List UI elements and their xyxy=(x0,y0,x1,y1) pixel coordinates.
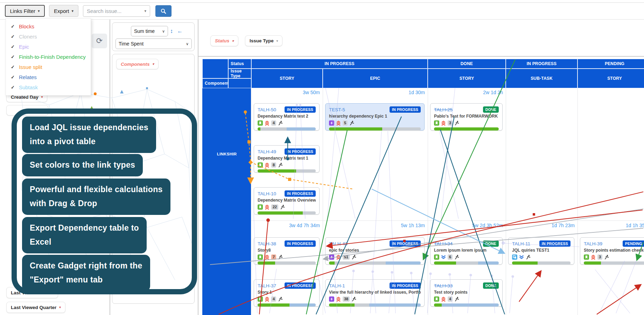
assignee-runner-icon xyxy=(280,204,285,210)
progress-segment-g xyxy=(258,127,260,131)
progress-segment-x xyxy=(355,303,369,307)
card-title-row: TALH-34DONE xyxy=(434,240,499,247)
links-menu-item-finish-to-finish-dependency[interactable]: ✓Finish-to-Finish Dependency xyxy=(6,52,91,62)
header-status-group-2: IN PROGRESS xyxy=(506,59,578,69)
card-key: TALH-50 xyxy=(258,107,276,112)
collapse-left-icon[interactable]: ← xyxy=(177,28,183,34)
issue-card-talh-50[interactable]: TALH-50IN PROGRESSDependancy Matrix test… xyxy=(254,103,320,131)
status-filter-pill[interactable]: Status ▾ xyxy=(210,35,238,46)
status-badge: IN PROGRESS xyxy=(390,106,421,113)
progress-segment-x xyxy=(382,127,421,131)
search-button[interactable] xyxy=(155,5,172,17)
search-icon xyxy=(160,8,167,14)
links-menu-item-blocks[interactable]: ✓Blocks xyxy=(6,21,91,31)
components-field-label: Components xyxy=(121,62,150,67)
links-menu-item-subtask[interactable]: ✓Subtask xyxy=(6,82,91,92)
issue-card-talh-1[interactable]: TALH-1IN PROGRESSView the full hierarchy… xyxy=(325,279,425,307)
card-title-row: TALH-39PENDING xyxy=(584,240,644,247)
story-points-badge: 8 xyxy=(271,162,276,168)
progress-segment-x xyxy=(260,127,287,131)
issue-card-talh-11[interactable]: TALH-11IN PROGRESSJQL quiries TEST1 xyxy=(508,237,574,265)
card-title-row: TALH-10IN PROGRESS xyxy=(258,190,316,197)
progress-segment-g xyxy=(329,303,355,307)
epic-icon xyxy=(329,254,334,260)
progress-segment-g xyxy=(258,169,296,173)
issue-card-test-5[interactable]: TEST-5IN PROGRESShierarchy dependency Ep… xyxy=(325,103,425,131)
progress-bar xyxy=(434,261,499,265)
callout-bubble-1: Set colors to the link types xyxy=(22,154,143,176)
priority-low-icon xyxy=(519,254,524,259)
refresh-button[interactable]: ⟳ xyxy=(92,34,107,48)
links-menu-item-cloners[interactable]: ✓Cloners xyxy=(6,31,91,42)
links-filter-button[interactable]: Links Filter ▾ xyxy=(5,5,45,17)
issue-type-filter-pill[interactable]: Issue Type ▾ xyxy=(245,35,282,46)
card-title-row: TEST-5IN PROGRESS xyxy=(329,106,421,113)
last-viewed-quarter-pill[interactable]: Last Viewed Quarter ▾ xyxy=(6,302,65,313)
time-sum-value: 1d 30m xyxy=(323,90,425,95)
progress-segment-g xyxy=(434,261,456,265)
status-badge: DONE xyxy=(483,106,499,113)
issue-card-talh-10[interactable]: TALH-10IN PROGRESSDependency Matrix Over… xyxy=(254,187,320,215)
progress-segment-b xyxy=(287,127,316,131)
card-key: TALH-25 xyxy=(434,107,453,112)
progress-segment-b xyxy=(289,303,316,307)
card-icons-row: 3 xyxy=(434,120,499,126)
progress-segment-g xyxy=(329,261,335,265)
story-icon xyxy=(258,204,263,210)
card-key: TALH-38 xyxy=(258,241,276,246)
subtask-icon xyxy=(512,254,517,260)
card-title-row: TALH-43IN PROGRESS xyxy=(329,240,421,247)
export-button[interactable]: Export ▾ xyxy=(49,5,78,17)
issue-card-talh-34[interactable]: TALH-34DONELorem ipsum lorem ipsum6 xyxy=(430,237,503,265)
links-menu-item-relates[interactable]: ✓Relates xyxy=(6,72,91,82)
search-issue-combobox[interactable]: Search issue... ▾ xyxy=(83,5,150,17)
header-status-group-3: PENDING xyxy=(578,59,644,69)
story-points-badge: 38 xyxy=(343,296,350,302)
refresh-icon: ⟳ xyxy=(96,36,103,46)
select-chevron-icon: ∨ xyxy=(186,42,189,46)
story-icon xyxy=(434,296,439,302)
progress-segment-g xyxy=(258,261,275,265)
assignee-runner-icon xyxy=(454,254,459,260)
resize-updown-icon[interactable]: ↕ xyxy=(170,28,173,34)
status-badge: IN PROGRESS xyxy=(285,190,316,197)
card-summary: Story8 xyxy=(258,248,316,253)
issue-card-talh-25[interactable]: TALH-25DONEPablo's Test for FORMARWORK3 xyxy=(430,103,503,131)
progress-segment-g xyxy=(329,127,382,131)
priority-highest-icon xyxy=(591,254,596,260)
assignee-runner-icon xyxy=(278,120,283,126)
links-menu-item-epic[interactable]: ✓Epic xyxy=(6,42,91,52)
issue-card-talh-37[interactable]: TALH-37IN PROGRESSStory 14 xyxy=(254,279,320,307)
card-icons-row: 5 xyxy=(329,120,421,126)
header-status-group-1: DONE xyxy=(428,59,506,69)
links-menu-item-issue-split[interactable]: ✓Issue split xyxy=(6,62,91,72)
time-spent-select[interactable]: Time Spent ∨ xyxy=(115,38,192,49)
hidden-pill[interactable] xyxy=(6,105,48,115)
card-title-row: TALH-38IN PROGRESS xyxy=(258,240,316,247)
card-title-row: TALH-33DONE xyxy=(434,282,499,289)
issue-card-talh-33[interactable]: TALH-33DONETest story points4 xyxy=(430,279,503,307)
progress-segment-x xyxy=(275,261,316,265)
callout-line: Export Dependency table to xyxy=(30,221,139,235)
callout-line: Set colors to the link types xyxy=(30,158,135,172)
header-components-label: Components xyxy=(202,78,228,88)
callout-line: Create Gadget right from the xyxy=(30,259,142,273)
callout-line: Excel xyxy=(30,235,139,249)
assignee-runner-icon xyxy=(526,254,531,260)
checkmark-icon: ✓ xyxy=(11,85,15,90)
components-field-pill[interactable]: Components ▾ xyxy=(116,59,159,69)
sum-time-select[interactable]: Sum time ∨ xyxy=(131,26,168,36)
issue-card-talh-43[interactable]: TALH-43IN PROGRESSepic for stories51 xyxy=(325,237,425,265)
assignee-runner-icon xyxy=(351,254,356,260)
issue-card-talh-39[interactable]: TALH-39PENDINGStory points estimation ch… xyxy=(580,237,644,265)
issue-card-talh-49[interactable]: TALH-49IN PROGRESSDependancy Matrix test… xyxy=(254,145,320,173)
assignee-runner-icon xyxy=(351,296,356,302)
issue-card-talh-38[interactable]: TALH-38IN PROGRESSStory87 xyxy=(254,237,320,265)
progress-segment-b xyxy=(369,303,421,307)
assignee-runner-icon xyxy=(278,296,283,302)
links-menu-item-label: Blocks xyxy=(19,23,34,29)
card-summary: Pablo's Test for FORMARWORK xyxy=(434,114,499,119)
progress-bar xyxy=(329,261,421,265)
story-points-badge: 22 xyxy=(271,204,278,210)
card-key: TALH-39 xyxy=(584,241,602,246)
